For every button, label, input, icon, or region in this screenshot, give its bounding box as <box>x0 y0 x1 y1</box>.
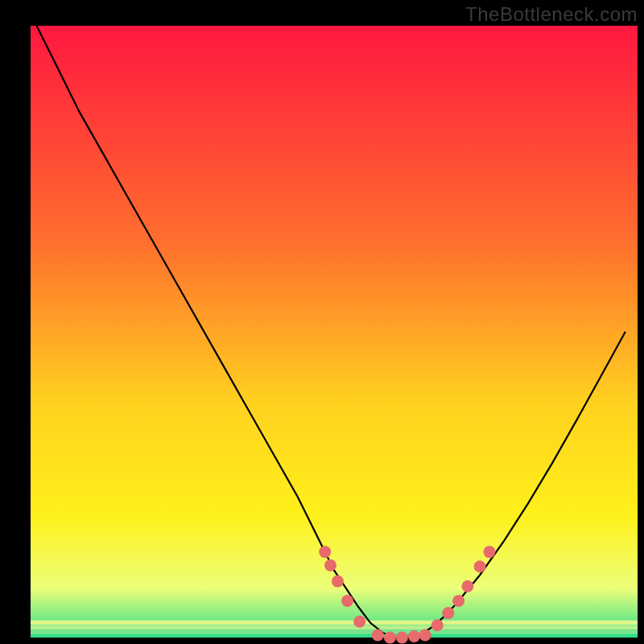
marker-dot <box>484 546 496 558</box>
marker-dot <box>324 559 336 572</box>
green-band <box>31 630 638 634</box>
marker-dot <box>332 576 344 588</box>
marker-dot <box>341 595 353 607</box>
marker-dot <box>408 630 420 642</box>
green-band <box>31 621 638 625</box>
marker-dot <box>474 560 486 572</box>
gradient-background <box>31 26 638 638</box>
marker-dot <box>442 607 454 619</box>
watermark-text: TheBottleneck.com <box>465 3 638 26</box>
marker-dot <box>461 580 473 592</box>
marker-dot <box>372 630 384 642</box>
green-bands <box>31 621 638 634</box>
marker-dot <box>384 632 396 644</box>
green-band <box>31 625 638 630</box>
marker-dot <box>396 632 408 644</box>
marker-dot <box>353 616 365 628</box>
marker-dot <box>419 630 431 642</box>
marker-dot <box>319 546 331 558</box>
bottleneck-chart <box>0 0 644 644</box>
chart-container: TheBottleneck.com <box>0 0 644 644</box>
marker-dot <box>431 619 444 631</box>
marker-dot <box>452 595 464 607</box>
